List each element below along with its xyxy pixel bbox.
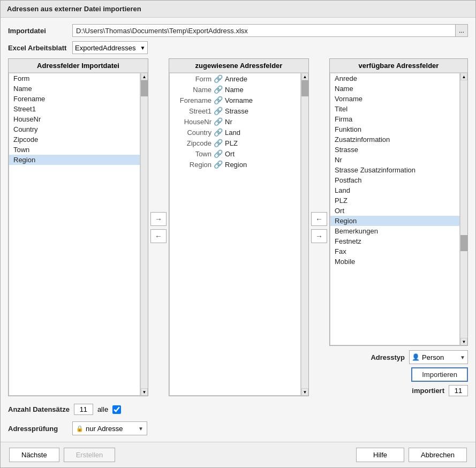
- mid-scroll-track[interactable]: [301, 80, 308, 388]
- right-scroll-up[interactable]: ▲: [460, 73, 467, 80]
- import-button[interactable]: Importieren: [411, 367, 468, 382]
- panel-right: verfügbare Adressfelder Anrede Name Vorn…: [329, 58, 468, 346]
- mid-right-name: Name: [225, 86, 244, 94]
- importdatei-row: Importdatei D:\Users\Thomas\Documents\Te…: [8, 24, 468, 37]
- right-item-bemerkungen[interactable]: Bemerkungen: [330, 226, 459, 236]
- right-item-anrede[interactable]: Anrede: [330, 73, 459, 84]
- footer-right-buttons: Hilfe Abbrechen: [356, 448, 467, 462]
- mid-left-street1: Street1: [174, 107, 211, 115]
- mid-right-housenr: Nr: [225, 118, 232, 126]
- link-icon-housenr: 🔗: [214, 117, 223, 126]
- left-item-housenr[interactable]: HouseNr: [9, 114, 140, 124]
- right-item-land[interactable]: Land: [330, 185, 459, 195]
- mid-left-town: Town: [174, 150, 211, 158]
- right-item-name[interactable]: Name: [330, 84, 459, 94]
- left-item-street1[interactable]: Street1: [9, 104, 140, 114]
- mid-list[interactable]: Form 🔗 Anrede Name 🔗 Name Forename: [169, 73, 301, 396]
- right-item-firma[interactable]: Firma: [330, 114, 459, 124]
- right-scroll-track[interactable]: [460, 80, 467, 338]
- importdatei-path[interactable]: D:\Users\Thomas\Documents\Temp\ExportAdd…: [72, 24, 455, 37]
- mid-item-country[interactable]: Country 🔗 Land: [170, 127, 300, 138]
- mid-item-form[interactable]: Form 🔗 Anrede: [170, 73, 300, 84]
- excel-dropdown-arrow[interactable]: ▼: [140, 45, 145, 51]
- right-item-plz[interactable]: PLZ: [330, 195, 459, 206]
- right-item-mobile[interactable]: Mobile: [330, 256, 459, 267]
- mid-item-zipcode[interactable]: Zipcode 🔗 PLZ: [170, 138, 300, 148]
- right-scrollbar[interactable]: ▲ ▼: [460, 73, 467, 345]
- left-scroll-down[interactable]: ▼: [141, 388, 148, 396]
- adresspruefung-dropdown-arrow[interactable]: ▼: [138, 426, 143, 432]
- panels-area: Adressfelder Importdatei Form Name Foren…: [8, 58, 468, 396]
- left-item-name[interactable]: Name: [9, 84, 140, 94]
- panel-mid: zugewiesene Adressfelder Form 🔗 Anrede N…: [169, 58, 309, 396]
- right-item-zusatz[interactable]: Zusatzinformation: [330, 134, 459, 145]
- left-item-form[interactable]: Form: [9, 73, 140, 84]
- next-button[interactable]: Nächste: [9, 448, 59, 462]
- importiert-row: importiert 11: [412, 385, 468, 396]
- panel-mid-wrapper: zugewiesene Adressfelder Form 🔗 Anrede N…: [169, 58, 309, 396]
- left-item-zipcode[interactable]: Zipcode: [9, 134, 140, 145]
- mid-right-country: Land: [225, 129, 240, 137]
- left-list[interactable]: Form Name Forename Street1 HouseNr Count…: [9, 73, 140, 396]
- right-item-festnetz[interactable]: Festnetz: [330, 236, 459, 246]
- mid-item-housenr[interactable]: HouseNr 🔗 Nr: [170, 116, 300, 127]
- right-controls: Adresstyp 👤 Person ▼ Importieren importi…: [329, 350, 468, 396]
- mid-scroll-down[interactable]: ▼: [301, 388, 308, 396]
- adresstyp-select[interactable]: 👤 Person ▼: [409, 350, 468, 364]
- mid-item-street1[interactable]: Street1 🔗 Strasse: [170, 105, 300, 116]
- panel-mid-content: Form 🔗 Anrede Name 🔗 Name Forename: [169, 73, 308, 396]
- right-item-region[interactable]: Region: [330, 216, 459, 226]
- cancel-button[interactable]: Abbrechen: [409, 448, 467, 462]
- right-item-strasse[interactable]: Strasse: [330, 145, 459, 155]
- adresspruefung-icon: 🔒: [76, 425, 84, 432]
- left-item-country[interactable]: Country: [9, 124, 140, 134]
- link-icon-street1: 🔗: [214, 107, 223, 115]
- link-icon-region: 🔗: [214, 160, 223, 169]
- right-list[interactable]: Anrede Name Vorname Titel Firma Funktion…: [330, 73, 460, 345]
- right-item-strasse-zusatz[interactable]: Strasse Zusatzinformation: [330, 165, 459, 175]
- left-scroll-up[interactable]: ▲: [141, 73, 148, 80]
- mid-item-region[interactable]: Region 🔗 Region: [170, 159, 300, 170]
- help-button[interactable]: Hilfe: [356, 448, 404, 462]
- excel-select[interactable]: ExportedAddresses ▼: [72, 41, 148, 54]
- left-item-town[interactable]: Town: [9, 145, 140, 155]
- left-item-region[interactable]: Region: [9, 155, 140, 165]
- mid-right-region: Region: [225, 161, 247, 169]
- mid-item-name[interactable]: Name 🔗 Name: [170, 84, 300, 95]
- unassign-left-button[interactable]: ←: [150, 229, 167, 243]
- assign-right-button[interactable]: →: [150, 212, 167, 226]
- left-item-forename[interactable]: Forename: [9, 94, 140, 104]
- adresspruefung-select[interactable]: 🔒 nur Adresse ▼: [72, 421, 147, 435]
- mid-scrollbar[interactable]: ▲ ▼: [301, 73, 308, 396]
- left-scrollbar[interactable]: ▲ ▼: [140, 73, 148, 396]
- assign-to-right-button[interactable]: →: [311, 229, 327, 243]
- right-item-vorname[interactable]: Vorname: [330, 94, 459, 104]
- file-browse-button[interactable]: ...: [455, 24, 468, 37]
- importdatei-label: Importdatei: [8, 27, 67, 35]
- right-item-nr[interactable]: Nr: [330, 155, 459, 165]
- right-item-ort[interactable]: Ort: [330, 206, 459, 216]
- right-item-fax[interactable]: Fax: [330, 246, 459, 256]
- mid-left-region: Region: [174, 161, 211, 169]
- create-button[interactable]: Erstellen: [64, 448, 116, 462]
- importiert-value: 11: [449, 385, 468, 396]
- right-item-postfach[interactable]: Postfach: [330, 175, 459, 185]
- link-icon-zipcode: 🔗: [214, 139, 223, 147]
- right-item-titel[interactable]: Titel: [330, 104, 459, 114]
- alle-checkbox[interactable]: [112, 405, 121, 414]
- importiert-label: importiert: [412, 387, 444, 395]
- assign-from-right-button[interactable]: ←: [311, 212, 327, 226]
- adresstyp-dropdown-arrow[interactable]: ▼: [460, 354, 465, 360]
- dialog-body: Importdatei D:\Users\Thomas\Documents\Te…: [1, 18, 475, 442]
- excel-row: Excel Arbeitsblatt ExportedAddresses ▼: [8, 41, 468, 54]
- anzahl-value: 11: [74, 404, 93, 415]
- excel-value: ExportedAddresses: [75, 44, 135, 52]
- mid-scroll-up[interactable]: ▲: [301, 73, 308, 80]
- footer-left-buttons: Nächste Erstellen: [9, 448, 115, 462]
- mid-item-town[interactable]: Town 🔗 Ort: [170, 148, 300, 159]
- right-item-funktion[interactable]: Funktion: [330, 124, 459, 134]
- left-scroll-track[interactable]: [141, 80, 148, 388]
- panel-left-content: Form Name Forename Street1 HouseNr Count…: [9, 73, 148, 396]
- right-scroll-down[interactable]: ▼: [460, 338, 467, 345]
- mid-item-forename[interactable]: Forename 🔗 Vorname: [170, 95, 300, 105]
